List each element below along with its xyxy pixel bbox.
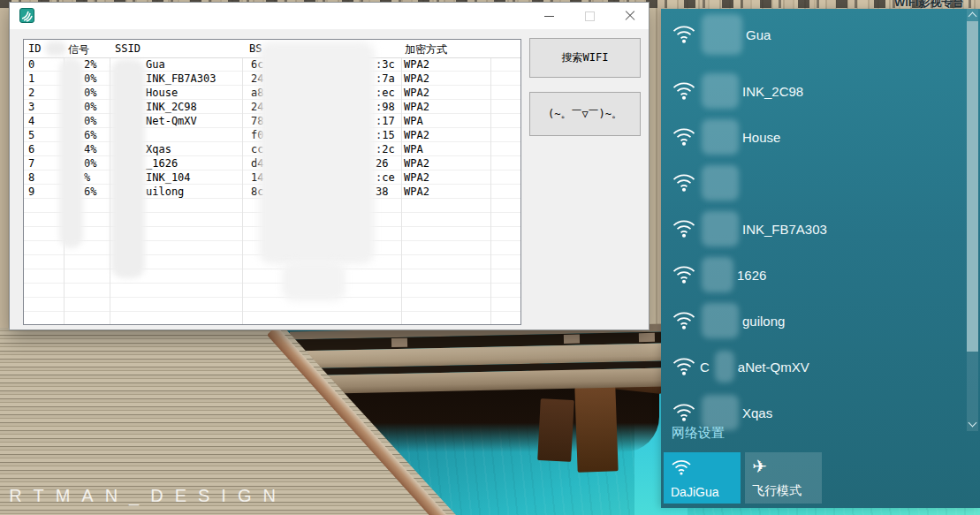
redaction-blur [702, 303, 739, 338]
cell-encryption: WPA2 [404, 58, 429, 71]
network-name-label: House [742, 130, 780, 145]
cell-signal: 6% [84, 129, 96, 141]
cell-encryption: WPA2 [404, 72, 429, 85]
cell-ssid: INK_2C98 [146, 101, 197, 113]
cell-encryption: WPA2 [404, 101, 429, 113]
cell-signal: 0% [84, 87, 96, 99]
cell-id: 1 [28, 72, 34, 85]
minimize-button[interactable] [528, 3, 569, 29]
cell-bssid-end: :ec [376, 87, 395, 99]
cell-signal: % [84, 171, 90, 184]
wifi-signal-icon [672, 263, 696, 287]
wifi-network-item[interactable]: INK_FB7A303 [661, 207, 961, 251]
wifi-icon [671, 458, 692, 475]
redaction-blur [111, 59, 145, 278]
cell-signal: 0% [84, 115, 96, 127]
scroll-up-icon[interactable] [969, 12, 977, 21]
wifi-tile-label: DaJiGua [671, 485, 718, 499]
cell-id: 3 [28, 101, 34, 113]
cell-bssid-end: 38 [376, 186, 388, 198]
redaction-blur [702, 211, 739, 246]
cell-bssid-end: :98 [376, 101, 395, 113]
redaction-blur [715, 351, 734, 382]
cell-ssid: House [146, 87, 178, 99]
scroll-down-icon[interactable] [969, 419, 977, 428]
cell-ssid: INK_104 [146, 171, 191, 184]
redaction-blur [702, 14, 742, 55]
cell-ssid: Xqas [146, 143, 171, 155]
wifi-toggle-tile[interactable]: DaJiGua [664, 452, 741, 504]
cell-id: 5 [28, 129, 34, 141]
cell-id: 8 [28, 171, 34, 184]
cell-id: 6 [28, 143, 34, 155]
network-name-label: 1626 [737, 268, 766, 283]
background-dock-post [537, 398, 574, 462]
airplane-tile-label: 飞行模式 [752, 483, 801, 499]
wifi-network-item[interactable]: guilong [661, 299, 961, 343]
cell-bssid-end: 26 [376, 157, 388, 170]
header-ssid: SSID [115, 42, 141, 55]
network-settings-link[interactable]: 网络设置 [672, 425, 725, 442]
network-name-label: Xqas [742, 405, 772, 420]
redaction-blur [259, 42, 375, 264]
wifi-network-item[interactable]: House [661, 115, 961, 159]
airplane-mode-tile[interactable]: ✈ 飞行模式 [745, 452, 822, 504]
network-name-label: INK_FB7A303 [742, 222, 827, 237]
title-bar[interactable] [10, 3, 649, 29]
fence-spacer [639, 333, 655, 342]
airplane-icon: ✈ [752, 458, 815, 475]
cell-encryption: WPA [404, 143, 423, 155]
wifi-signal-icon [672, 171, 696, 195]
redaction-blur [702, 119, 739, 155]
redaction-blur [702, 73, 739, 109]
wifi-signal-icon [672, 125, 696, 149]
cell-id: 4 [28, 115, 34, 127]
cell-bssid-end: :2c [376, 143, 395, 155]
cell-bssid-end: :3c [376, 58, 395, 71]
cell-encryption: WPA2 [404, 87, 429, 99]
cell-bssid-end: :15 [376, 129, 395, 141]
cell-encryption: WPA2 [404, 171, 429, 184]
wifi-table[interactable]: ID 信号 SSID BS 加密方式 02%Gua6c:3cWPA210%INK… [23, 39, 521, 325]
wifi-network-item[interactable] [661, 161, 961, 205]
wifi-network-item[interactable]: CaNet-QmXV [661, 345, 961, 389]
cell-encryption: WPA2 [404, 129, 429, 141]
cell-id: 7 [28, 157, 34, 170]
desktop: WiFi影视专台 ARTMAN_DESIGN [0, 0, 980, 515]
wifi-network-item[interactable]: INK_2C98 [661, 69, 961, 113]
scrollbar-thumb[interactable] [967, 21, 978, 352]
redaction-blur [702, 165, 739, 201]
cell-ssid: INK_FB7A303 [146, 72, 216, 85]
redaction-blur [702, 257, 733, 292]
redaction-blur [59, 57, 83, 248]
wifi-signal-icon [672, 80, 696, 103]
network-name-label: Gua [746, 27, 771, 42]
header-signal: 信号 [68, 42, 89, 57]
redaction-blur [282, 261, 346, 301]
cell-id: 2 [28, 87, 34, 99]
close-button[interactable] [610, 3, 650, 29]
cell-ssid: uilong [146, 186, 184, 198]
app-window: ID 信号 SSID BS 加密方式 02%Gua6c:3cWPA210%INK… [9, 2, 650, 330]
cell-ssid: _1626 [146, 157, 178, 170]
flyout-scrollbar[interactable] [967, 9, 978, 431]
cell-bssid-end: :7a [376, 72, 395, 85]
search-wifi-button[interactable]: 搜索WIFI [529, 38, 641, 78]
fence-spacer [564, 335, 580, 344]
cell-id: 9 [28, 186, 34, 198]
wifi-network-item[interactable]: 1626 [661, 253, 961, 297]
wifi-network-item[interactable]: Gua [661, 12, 961, 57]
network-name-label: INK_2C98 [742, 84, 803, 99]
watermark-text: ARTMAN_DESIGN [0, 486, 287, 506]
cell-bssid-end: :ce [376, 171, 395, 184]
emote-button[interactable]: (~。￣▽￣)~。 [529, 92, 641, 136]
app-icon [19, 8, 34, 23]
cell-signal: 2% [84, 58, 96, 71]
wifi-signal-icon [672, 23, 696, 47]
maximize-button[interactable] [569, 3, 610, 29]
wifi-signal-icon [672, 309, 696, 333]
network-name-prefix: C [700, 360, 710, 375]
background-dock-post [574, 386, 618, 473]
header-id: ID [28, 42, 41, 55]
network-name-label: guilong [742, 314, 785, 329]
